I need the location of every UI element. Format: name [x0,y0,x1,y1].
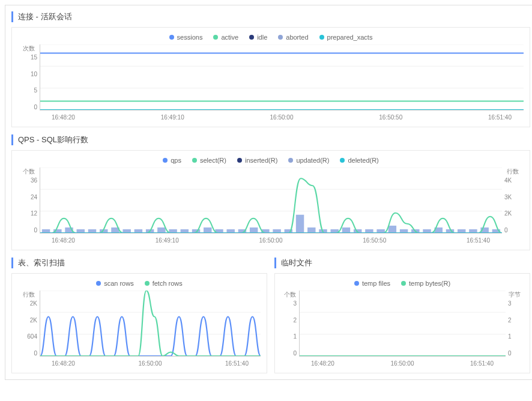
legend-item-idle[interactable]: idle [249,34,267,41]
yaxis-left-label: 次数 [18,44,40,53]
ytick: 24 [20,194,37,200]
panel-title-qps: QPS - SQL影响行数 [11,134,530,145]
yaxis-left: 36 24 12 0 [18,177,40,234]
xtick: 16:50:50 [363,237,386,244]
legend-item-sessions[interactable]: sessions [169,34,203,41]
legend-sessions: sessions active idle aborted prepared_xa… [18,34,524,41]
xtick: 16:50:00 [270,114,294,121]
dot-icon [288,158,293,163]
panel-scan: 表、索引扫描 scan rows fetch rows 行数 2K 2K 604… [11,258,267,373]
legend-label: idle [257,34,267,41]
plot-scan[interactable] [40,291,261,357]
ytick: 0 [283,350,297,357]
legend-item-prepared-xacts[interactable]: prepared_xacts [319,34,373,41]
legend-scan: scan rows fetch rows [18,280,261,287]
xtick: 16:51:40 [470,360,494,367]
panel-title-temp: 临时文件 [274,258,530,268]
ytick: 4K [504,177,521,184]
yaxis-left: 2K 2K 604 0 [18,300,40,357]
chart-qps: qps select(R) inserted(R) updated(R) del… [11,150,530,250]
ytick: 3K [504,194,521,200]
svg-rect-39 [342,228,350,233]
xaxis-temp: 16:48:20 16:50:00 16:51:40 [299,360,506,367]
ytick: 0 [20,227,37,234]
legend-item-select[interactable]: select(R) [192,157,226,164]
plot-temp[interactable] [299,291,506,357]
xaxis-scan: 16:48:20 16:50:00 16:51:40 [40,360,261,367]
legend-label: deleted(R) [348,157,378,164]
ytick: 0 [504,227,521,234]
legend-label: select(R) [200,157,226,164]
ytick: 3 [508,300,521,307]
panel-qps: QPS - SQL影响行数 qps select(R) inserted(R) … [11,134,530,250]
dot-icon [192,158,197,163]
svg-rect-31 [250,228,258,233]
xtick: 16:48:20 [52,360,75,367]
panel-title-scan: 表、索引扫描 [11,258,267,268]
legend-label: temp files [362,280,390,287]
legend-item-deleted[interactable]: deleted(R) [340,157,378,164]
ytick: 2K [504,210,521,217]
legend-label: updated(R) [296,157,329,164]
yaxis-left-label: 行数 [18,291,40,299]
xtick: 16:48:20 [311,360,334,367]
plot-sessions[interactable] [40,44,524,110]
dot-icon [145,281,150,286]
xtick: 16:50:00 [139,360,162,367]
legend-item-updated[interactable]: updated(R) [288,157,329,164]
dot-icon [340,158,345,163]
panel-sessions: 连接 - 活跃会话 sessions active idle aborted p… [11,11,530,127]
ytick: 1 [283,333,297,340]
legend-label: fetch rows [153,280,183,287]
legend-item-aborted[interactable]: aborted [278,34,308,41]
xaxis-sessions: 16:48:20 16:49:10 16:50:00 16:50:50 16:5… [40,114,524,121]
dashboard: 连接 - 活跃会话 sessions active idle aborted p… [5,5,532,380]
xtick: 16:50:00 [391,360,414,367]
ytick: 2 [508,317,521,324]
yaxis-left: 3 2 1 0 [281,300,299,357]
dot-icon [96,281,101,286]
legend-label: active [221,34,238,41]
legend-item-scan-rows[interactable]: scan rows [96,280,134,287]
legend-item-qps[interactable]: qps [163,157,181,164]
plot-qps[interactable] [40,167,502,234]
legend-label: qps [171,157,181,164]
svg-rect-23 [157,228,165,233]
xtick: 16:48:20 [52,114,75,121]
dot-icon [249,35,254,40]
svg-rect-44 [400,229,408,233]
svg-rect-27 [204,228,211,233]
panel-title-sessions: 连接 - 活跃会话 [11,11,530,22]
legend-item-fetch-rows[interactable]: fetch rows [145,280,183,287]
yaxis-left-label: 个数 [18,167,40,176]
yaxis-right: 4K 3K 2K 0 [502,177,524,234]
legend-label: aborted [286,34,308,41]
legend-label: prepared_xacts [327,34,373,41]
legend-label: temp bytes(R) [409,280,450,287]
yaxis-right-label: 字节 [506,291,524,299]
ytick: 0 [20,104,37,110]
dot-icon [237,158,242,163]
ytick: 604 [20,333,37,340]
legend-item-inserted[interactable]: inserted(R) [237,157,277,164]
xtick: 16:49:10 [161,114,184,121]
yaxis-right: 3 2 1 0 [506,300,524,357]
dot-icon [401,281,406,286]
xtick: 16:49:10 [156,237,179,244]
chart-scan: scan rows fetch rows 行数 2K 2K 604 0 [11,273,267,373]
legend-label: scan rows [104,280,134,287]
panel-row: 表、索引扫描 scan rows fetch rows 行数 2K 2K 604… [11,258,530,373]
legend-temp: temp files temp bytes(R) [281,280,524,287]
xtick: 16:51:40 [467,237,490,244]
legend-item-temp-files[interactable]: temp files [354,280,390,287]
ytick: 2K [20,317,37,324]
dot-icon [163,158,168,163]
legend-item-temp-bytes[interactable]: temp bytes(R) [401,280,450,287]
yaxis-left-label: 个数 [281,291,299,299]
ytick: 12 [20,210,37,217]
legend-item-active[interactable]: active [213,34,238,41]
panel-temp: 临时文件 temp files temp bytes(R) 个数 3 2 1 0 [274,258,530,373]
xtick: 16:50:50 [379,114,402,121]
dot-icon [169,35,174,40]
ytick: 1 [508,333,521,340]
